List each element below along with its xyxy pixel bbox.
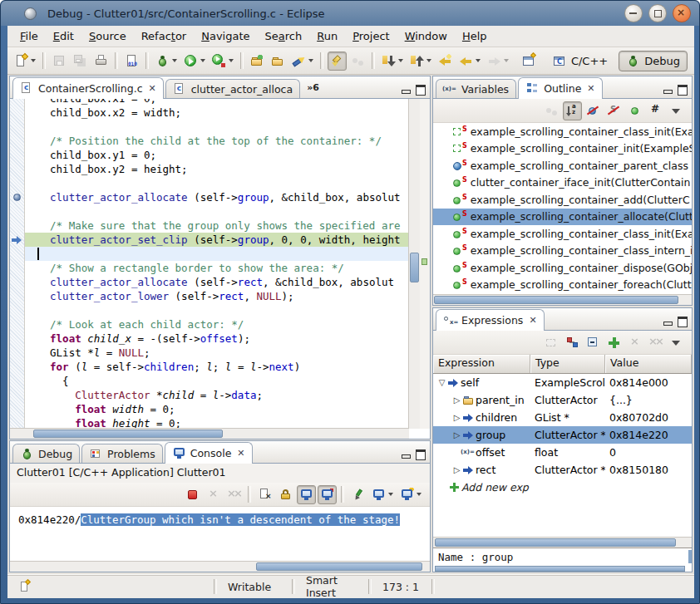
code-line[interactable]: child_box.x1 = 0; [25,99,409,106]
editor-overview-ruler[interactable] [420,99,430,429]
dropdown-caret-icon[interactable] [388,493,393,496]
expressions-maximize-icon[interactable] [678,316,688,326]
expressions-table[interactable]: ▽selfExampleScrol0x814e000▷parent_inClut… [433,374,692,537]
sort-az-button[interactable] [563,101,582,120]
dropdown-caret-icon[interactable] [417,493,421,496]
hide-non-public-button[interactable] [625,101,644,120]
view-menu-button[interactable] [667,333,686,352]
outline-hscroll-thumb[interactable] [434,296,678,304]
code-line[interactable]: clutter_actor_allocate (self->group, &ch… [25,190,409,204]
editor-tab-clutter-actor-alloca[interactable]: clutter_actor_alloca [165,79,300,98]
code-line[interactable]: { [25,374,409,388]
code-line[interactable]: GList *l = NULL; [25,346,409,360]
menu-refactor[interactable]: Refactor [134,27,195,45]
code-line[interactable]: float width = 0; [25,402,409,416]
open-folder-button[interactable] [269,52,288,71]
open-perspective-button[interactable] [520,52,539,71]
code-editor[interactable]: child_box.x1 = 0; child_box.x2 = width; … [10,99,430,439]
code-line[interactable] [25,303,409,317]
add-expression-button[interactable] [604,333,624,352]
view-tab-outline[interactable]: Outline✕ [518,77,602,99]
tray-button[interactable] [15,577,34,597]
dropdown-caret-icon[interactable] [172,59,177,62]
outline-item[interactable]: Sexample_scrolling_container_class_init(… [433,225,692,243]
console-hscroll-thumb[interactable] [256,562,422,571]
closed-expander-icon[interactable]: ▷ [451,413,462,422]
search-button[interactable] [289,52,316,71]
menu-window[interactable]: Window [397,27,455,45]
outline-item[interactable]: Sexample_scrolling_container_init(Exampl… [433,140,692,158]
overview-annotation[interactable] [421,258,427,265]
menu-run[interactable]: Run [309,27,345,45]
hide-macros-button[interactable] [646,101,665,120]
menu-edit[interactable]: Edit [46,27,81,45]
outline-maximize-icon[interactable] [678,84,688,94]
menu-help[interactable]: Help [455,27,495,45]
column-header-expression[interactable]: Expression [433,355,530,373]
code-line[interactable]: child_box.x2 = width; [25,106,409,120]
code-line[interactable]: /* Make sure that the group only shows t… [25,219,409,233]
menu-search[interactable]: Search [258,27,310,45]
detail-vscroll-thumb[interactable] [688,550,692,563]
show-stderr-button[interactable] [318,485,337,504]
code-line[interactable] [25,120,409,134]
expression-row-group[interactable]: ▷groupClutterActor *0x814e220 [433,426,692,444]
column-header-value[interactable]: Value [605,355,692,373]
scroll-lock-button[interactable] [276,485,295,504]
clear-console-button[interactable] [255,485,274,504]
expression-row-parent_in[interactable]: ▷parent_inClutterActor{...} [433,391,692,409]
code-line[interactable]: child_box.y2 = height; [25,162,409,176]
outline-item[interactable]: Sexample_scrolling_container_foreach(Clu… [433,277,692,294]
code-line[interactable]: /* Look at each child actor: */ [25,317,409,331]
outline-tree[interactable]: Sexample_scrolling_container_class_init(… [433,123,692,294]
tab-close-icon[interactable]: ✕ [237,448,244,459]
expression-row-rect[interactable]: ▷rectClutterActor *0x8150180 [433,461,692,479]
code-line[interactable]: /* Show a rectangle border to show the a… [25,261,409,275]
view-menu-button[interactable] [667,101,686,120]
print-button[interactable] [91,52,111,71]
dropdown-caret-icon[interactable] [31,59,36,62]
outline-hscrollbar[interactable] [433,294,692,305]
code-line[interactable]: ClutterActor *child = l->data; [25,388,409,402]
expression-row-children[interactable]: ▷childrenGList *0x80702d0 [433,409,692,426]
closed-expander-icon[interactable]: ▷ [451,430,462,439]
outline-item[interactable]: Sexample_scrolling_container_allocate(Cl… [433,209,692,226]
prev-annotation-button[interactable] [407,52,434,71]
code-line[interactable]: float height = 0; [25,416,409,429]
dropdown-caret-icon[interactable] [476,59,481,62]
open-element-folder-button[interactable] [248,52,267,71]
console-tab-problems[interactable]: Problems [81,444,163,463]
show-logical-structure-button[interactable] [563,333,582,352]
tab-close-icon[interactable]: ✕ [149,83,156,94]
code-line[interactable]: float child_x = -(self->offset); [25,331,409,346]
outline-item[interactable]: Sexample_scrolling_container_dispose(GOb… [433,259,692,277]
maximize-button[interactable] [648,4,667,22]
dropdown-caret-icon[interactable] [229,59,234,62]
outline-item[interactable]: Sexample_scrolling_container_class_init(… [433,123,692,140]
dropdown-caret-icon[interactable] [504,59,509,62]
editor-gutter[interactable] [10,99,25,429]
view-tab-variables[interactable]: Variables [436,79,516,98]
dropdown-caret-icon[interactable] [426,59,431,62]
code-line[interactable]: /* Position the child at the top of the … [25,134,409,148]
console-output[interactable]: 0x814e220/ClutterGroup which isn't a des… [10,506,430,561]
code-line[interactable]: clutter_actor_lower (self->rect, NULL); [25,289,409,303]
expressions-minimize-icon[interactable] [663,316,673,326]
editor-maximize-icon[interactable] [416,84,426,94]
detail-hscroll-thumb[interactable] [435,566,685,572]
last-edit-location-button[interactable] [436,52,455,71]
mark-occurrences-button[interactable] [328,52,347,71]
hide-fields-button[interactable] [584,101,603,120]
dropdown-caret-icon[interactable] [398,59,403,62]
run-button[interactable] [181,52,208,71]
code-line[interactable]: clutter_actor_allocate (self->rect, &chi… [25,275,409,289]
next-annotation-button[interactable] [379,52,406,71]
add-expression-row[interactable]: Add new exp [433,479,692,496]
instruction-pointer-icon[interactable] [12,235,23,245]
new-wizard-button[interactable] [12,52,38,71]
tab-close-icon[interactable]: ✕ [587,83,594,94]
editor-vscrollbar[interactable] [408,99,420,429]
outline-item[interactable]: Sexample_scrolling_container_parent_clas… [433,157,692,174]
debug-button[interactable] [153,52,180,71]
menu-navigate[interactable]: Navigate [194,27,257,45]
